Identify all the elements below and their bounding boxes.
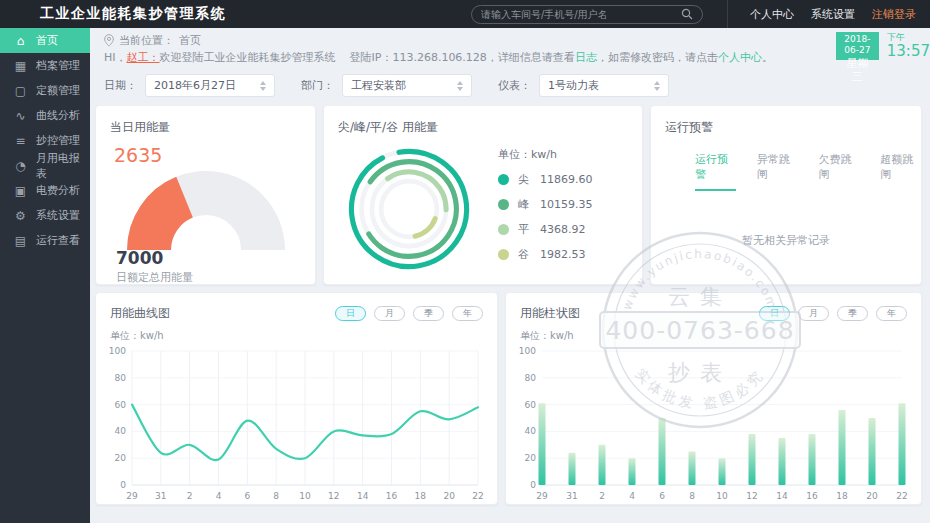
range-year-button[interactable]: 年 xyxy=(876,306,907,321)
svg-text:16: 16 xyxy=(806,491,818,501)
svg-text:10: 10 xyxy=(716,491,728,501)
search-icon[interactable] xyxy=(681,8,693,20)
range-quarter-button[interactable]: 季 xyxy=(837,306,868,321)
svg-text:18: 18 xyxy=(415,491,427,501)
time-display: 下午 13:57 xyxy=(879,32,930,60)
spinner-arrows-icon[interactable] xyxy=(260,81,266,91)
gauge-max-block: 7000 日额定总用能量 xyxy=(116,248,193,285)
sidebar-item-control[interactable]: ≡ 抄控管理 xyxy=(0,128,90,153)
range-quarter-button[interactable]: 季 xyxy=(413,306,444,321)
energy-bar-card: 用能柱状图 日 月 季 年 单位：kw/h 020406080100293124… xyxy=(505,292,922,505)
sidebar-item-settings[interactable]: ⚙ 系统设置 xyxy=(0,203,90,228)
legend-value: 1982.53 xyxy=(540,248,586,261)
svg-text:40: 40 xyxy=(525,426,537,436)
alerts-tabs: 运行预警 异常跳闸 欠费跳闸 超额跳闸 xyxy=(651,136,921,191)
curve-icon: ∿ xyxy=(13,109,28,123)
quota-icon: ▢ xyxy=(13,84,28,98)
legend-item: 峰 10159.35 xyxy=(498,197,593,212)
range-year-button[interactable]: 年 xyxy=(452,306,483,321)
legend-dot xyxy=(498,249,509,260)
tab-over-quota-trip[interactable]: 超额跳闸 xyxy=(880,152,921,191)
tab-abnormal-trip[interactable]: 异常跳闸 xyxy=(757,152,798,191)
app-title: 工业企业能耗集抄管理系统 xyxy=(40,5,226,23)
daily-energy-title: 当日用能量 xyxy=(96,106,315,136)
svg-text:20: 20 xyxy=(866,491,878,501)
legend-name: 平 xyxy=(518,222,529,237)
range-day-button[interactable]: 日 xyxy=(759,306,790,321)
svg-text:10: 10 xyxy=(299,491,311,501)
search-box[interactable] xyxy=(471,5,703,24)
archive-icon: ▦ xyxy=(13,59,28,73)
breadcrumb: 当前位置：首页 xyxy=(104,33,201,48)
svg-text:31: 31 xyxy=(566,491,577,501)
line-unit-label: 单位：kw/h xyxy=(96,322,497,343)
meter-filter-label: 仪表： xyxy=(498,78,531,93)
weekday-value: 星期三 xyxy=(843,57,872,85)
sidebar-item-label: 系统设置 xyxy=(36,208,80,223)
meter-select[interactable]: 1号动力表 xyxy=(539,74,669,97)
svg-text:60: 60 xyxy=(115,400,127,410)
department-select[interactable]: 工程安装部 xyxy=(342,74,472,97)
sidebar-item-archive[interactable]: ▦ 档案管理 xyxy=(0,53,90,78)
user-center-link[interactable]: 个人中心 xyxy=(750,7,794,22)
sidebar-item-monitor[interactable]: ▤ 运行查看 xyxy=(0,228,90,253)
range-month-button[interactable]: 月 xyxy=(798,306,829,321)
date-filter-label: 日期： xyxy=(104,78,137,93)
sidebar-item-label: 首页 xyxy=(36,33,58,48)
spinner-arrows-icon[interactable] xyxy=(654,81,660,91)
tab-arrears-trip[interactable]: 欠费跳闸 xyxy=(819,152,860,191)
bar-range-buttons: 日 月 季 年 xyxy=(759,306,907,321)
app-header: 工业企业能耗集抄管理系统 个人中心 系统设置 注销登录 xyxy=(0,0,930,28)
legend-value: 4368.92 xyxy=(540,223,586,236)
legend-dot xyxy=(498,224,509,235)
settings-icon: ⚙ xyxy=(13,209,28,223)
legend-dot xyxy=(498,199,509,210)
svg-text:12: 12 xyxy=(746,491,757,501)
sidebar: ⌂ 首页 ▦ 档案管理 ▢ 定额管理 ∿ 曲线分析 ≡ 抄控管理 ◔ 月用电报表… xyxy=(0,28,90,523)
sidebar-item-label: 运行查看 xyxy=(36,233,80,248)
filter-bar: 日期： 2018年6月27日 部门： 工程安装部 仪表： 1号动力表 xyxy=(104,74,669,97)
legend-item: 平 4368.92 xyxy=(498,222,593,237)
tou-unit-label: 单位：kw/h xyxy=(498,147,593,162)
tab-run-alert[interactable]: 运行预警 xyxy=(695,152,736,191)
legend-item: 尖 11869.60 xyxy=(498,172,593,187)
line-range-buttons: 日 月 季 年 xyxy=(335,306,483,321)
sidebar-item-quota[interactable]: ▢ 定额管理 xyxy=(0,78,90,103)
personal-center-link[interactable]: 个人中心 xyxy=(718,51,762,64)
bar-unit-label: 单位：kw/h xyxy=(506,322,921,343)
sidebar-item-label: 曲线分析 xyxy=(36,108,80,123)
legend-name: 峰 xyxy=(518,197,529,212)
svg-text:8: 8 xyxy=(273,491,279,501)
search-input[interactable] xyxy=(481,9,681,20)
logout-link[interactable]: 注销登录 xyxy=(872,7,916,22)
alerts-title: 运行预警 xyxy=(651,106,921,136)
legend-value: 11869.60 xyxy=(540,173,593,186)
time-value: 13:57 xyxy=(887,43,930,60)
legend-name: 尖 xyxy=(518,172,529,187)
system-settings-link[interactable]: 系统设置 xyxy=(811,7,855,22)
billing-icon: ▣ xyxy=(13,184,28,198)
sidebar-item-label: 档案管理 xyxy=(36,58,80,73)
svg-text:100: 100 xyxy=(519,346,536,356)
report-icon: ◔ xyxy=(13,159,28,173)
date-select[interactable]: 2018年6月27日 xyxy=(145,74,275,97)
sidebar-item-home[interactable]: ⌂ 首页 xyxy=(0,28,90,53)
spinner-arrows-icon[interactable] xyxy=(457,81,463,91)
range-month-button[interactable]: 月 xyxy=(374,306,405,321)
svg-text:60: 60 xyxy=(525,400,537,410)
datetime-widget: 2018-06-27 星期三 下午 13:57 xyxy=(836,32,930,60)
sidebar-item-billing[interactable]: ▣ 电费分析 xyxy=(0,178,90,203)
svg-text:31: 31 xyxy=(155,491,166,501)
gauge-chart xyxy=(106,150,306,254)
bar-chart-title: 用能柱状图 xyxy=(520,305,580,322)
log-link[interactable]: 日志 xyxy=(575,51,597,64)
control-icon: ≡ xyxy=(13,134,28,148)
tou-title: 尖/峰/平/谷 用能量 xyxy=(324,106,642,136)
user-name-link[interactable]: 赵工： xyxy=(127,51,160,64)
range-day-button[interactable]: 日 xyxy=(335,306,366,321)
sidebar-item-report[interactable]: ◔ 月用电报表 xyxy=(0,153,90,178)
alerts-card: 运行预警 运行预警 异常跳闸 欠费跳闸 超额跳闸 暂无相关异常记录 xyxy=(650,105,922,285)
date-filter: 日期： 2018年6月27日 xyxy=(104,74,275,97)
sidebar-item-curve[interactable]: ∿ 曲线分析 xyxy=(0,103,90,128)
date-select-value: 2018年6月27日 xyxy=(154,78,236,93)
